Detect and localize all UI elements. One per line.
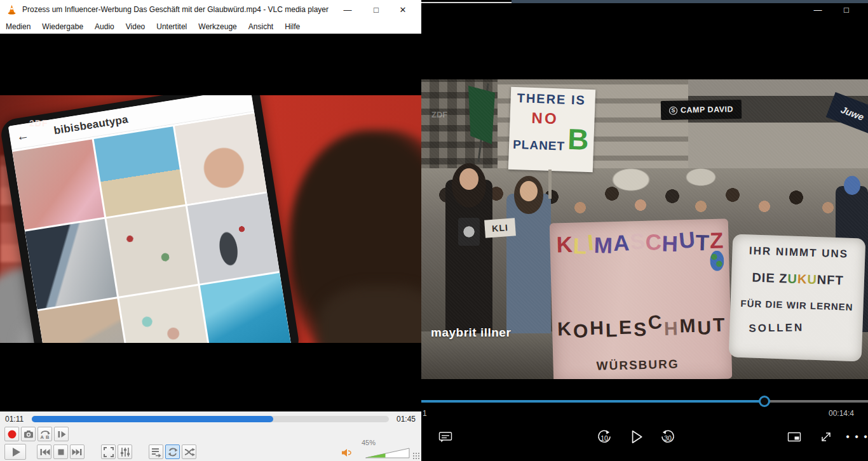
sign-text: KLI xyxy=(492,222,509,234)
play-icon xyxy=(8,444,23,460)
menu-video[interactable]: Video xyxy=(120,20,151,33)
transport-group xyxy=(37,444,85,459)
menu-medien[interactable]: Medien xyxy=(0,20,36,33)
loop-button[interactable] xyxy=(165,444,180,459)
video-surface[interactable]: THERE IS NO PLANET B S CAMP DAVID Juwe K… xyxy=(421,79,868,379)
sign-pole xyxy=(548,170,552,199)
fullscreen-icon xyxy=(102,446,115,458)
window-title: Prozess um Influencer-Werbung Das Geschä… xyxy=(22,5,329,14)
next-icon xyxy=(71,446,84,458)
skip-back-10-button[interactable]: 10 xyxy=(592,424,617,450)
playlist-icon xyxy=(150,446,163,458)
globe-drawing xyxy=(710,251,724,272)
previous-icon xyxy=(38,446,51,458)
remaining-time: 00:14:4 xyxy=(829,409,854,418)
volume-control: 45% xyxy=(341,439,415,458)
menu-hilfe[interactable]: Hilfe xyxy=(279,20,306,33)
speaker-icon[interactable] xyxy=(341,448,353,458)
klimaschutz-banner: KLIMASCHUTZ KOHLESCHMUT WÜRSBURG xyxy=(550,218,733,379)
mini-player-button[interactable] xyxy=(782,424,807,450)
previous-button[interactable] xyxy=(37,444,51,459)
fullscreen-button[interactable] xyxy=(813,424,839,450)
maximize-button[interactable]: □ xyxy=(365,0,387,19)
play-button[interactable] xyxy=(4,444,26,460)
camp-david-sign: S CAMP DAVID xyxy=(661,100,742,120)
more-options-button[interactable]: • • • xyxy=(844,424,868,450)
svg-text:10: 10 xyxy=(600,434,608,442)
record-button[interactable] xyxy=(4,427,19,441)
protester xyxy=(445,180,492,333)
ab-loop-button[interactable]: A B xyxy=(37,427,52,441)
menu-audio[interactable]: Audio xyxy=(89,20,120,33)
photo-tile xyxy=(25,219,116,309)
menu-wiedergabe[interactable]: Wiedergabe xyxy=(36,20,89,33)
shuffle-icon xyxy=(183,446,196,458)
playlist-button[interactable] xyxy=(149,444,163,459)
play-button[interactable] xyxy=(623,424,649,450)
minimize-button[interactable]: — xyxy=(337,0,358,19)
menu-untertitel[interactable]: Untertitel xyxy=(151,20,193,33)
seek-bar[interactable] xyxy=(421,400,868,403)
photo-tile xyxy=(93,126,186,217)
sign-text: NO xyxy=(531,109,559,128)
banner-text: SOLLEN xyxy=(749,321,804,335)
menu-werkzeuge[interactable]: Werkzeuge xyxy=(193,20,242,33)
seek-bar[interactable] xyxy=(32,416,389,422)
banner-text-klimaschutz: KLIMASCHUTZ xyxy=(556,228,724,258)
subtitles-button[interactable] xyxy=(433,424,458,450)
menu-ansicht[interactable]: Ansicht xyxy=(243,20,279,33)
instagram-screen: ← bibisbeautypa xyxy=(8,95,292,343)
protester xyxy=(506,194,551,333)
camp-david-logo: S xyxy=(669,106,677,114)
mini-player-icon xyxy=(787,429,802,444)
sign-text: CAMP DAVID xyxy=(681,105,733,114)
minimize-button[interactable]: — xyxy=(808,1,828,18)
stop-button[interactable] xyxy=(53,444,68,459)
vlc-window: Prozess um Influencer-Werbung Das Geschä… xyxy=(0,0,421,461)
photo-tile xyxy=(187,193,279,283)
volume-slider[interactable] xyxy=(365,448,410,458)
playlist-group xyxy=(149,444,196,459)
sign-text: B xyxy=(567,122,589,157)
close-button[interactable]: ✕ xyxy=(392,0,414,19)
zdf-watermark: ZDF xyxy=(431,110,447,119)
show-title: maybrit illner xyxy=(431,326,511,340)
zukunft-banner: IHR NIMMT UNS DIE ZUKUNFT FÜR DIE WIR LE… xyxy=(729,234,866,361)
fullscreen-button[interactable] xyxy=(101,444,116,459)
skip-forward-30-button[interactable]: 30 xyxy=(655,424,681,450)
movies-tv-window: — □ THERE IS NO PLANET B S CAMP DAVID Ju… xyxy=(421,0,868,461)
photo-tile xyxy=(12,139,104,229)
ab-loop-icon: A B xyxy=(39,428,51,441)
elapsed-time: 01:11 xyxy=(5,415,24,424)
photo-tile xyxy=(200,273,292,343)
protest-sign-planet: THERE IS NO PLANET B xyxy=(508,87,595,173)
seek-handle[interactable] xyxy=(759,396,770,407)
frame-by-frame-button[interactable] xyxy=(54,427,69,441)
seek-progress xyxy=(421,400,764,403)
frame-advance-icon xyxy=(55,428,68,441)
loop-icon xyxy=(166,446,179,458)
snapshot-button[interactable] xyxy=(21,427,36,441)
vlc-video-surface[interactable]: ← bibisbeautypa xyxy=(0,34,421,411)
zdf-watermark: 2DF xyxy=(29,118,48,128)
next-button[interactable] xyxy=(70,444,85,459)
vlc-titlebar: Prozess um Influencer-Werbung Das Geschä… xyxy=(0,0,421,19)
window-edge xyxy=(421,0,512,3)
fullscreen-icon xyxy=(818,429,834,444)
vlc-menubar: Medien Wiedergabe Audio Video Untertitel… xyxy=(0,19,421,34)
vlc-toolbar-row1: A B xyxy=(4,427,69,441)
extended-settings-button[interactable] xyxy=(118,444,132,459)
back-arrow-icon: ← xyxy=(15,128,30,144)
vlc-control-panel: 01:11 01:45 A B xyxy=(0,411,421,461)
stop-icon xyxy=(55,446,67,458)
svg-text:B: B xyxy=(46,434,50,440)
random-button[interactable] xyxy=(182,444,196,459)
resize-grip[interactable] xyxy=(412,452,420,460)
banner-text-wursburg: WÜRSBURG xyxy=(596,357,679,373)
volume-percent: 45% xyxy=(362,439,376,446)
svg-text:A: A xyxy=(40,434,44,440)
maximize-button[interactable]: □ xyxy=(836,1,857,18)
banner-text: FÜR DIE WIR LERNEN xyxy=(730,297,863,312)
sign-text: Juwe xyxy=(839,104,865,122)
elapsed-time: 1 xyxy=(423,409,427,418)
